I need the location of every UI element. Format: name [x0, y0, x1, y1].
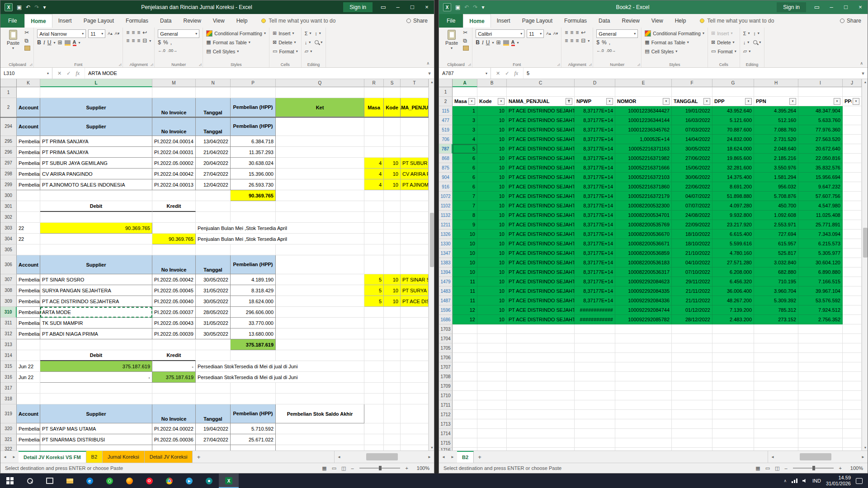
find-select-button[interactable]: ▾: [753, 38, 761, 46]
cell-Q311[interactable]: [276, 318, 364, 328]
cell-M309[interactable]: PI.2022.05.00040: [152, 296, 196, 307]
ribbon-tab-formulas[interactable]: Formulas: [558, 14, 593, 28]
cell-S1[interactable]: [384, 87, 401, 98]
cell-D2[interactable]: NPWP▼: [575, 97, 615, 106]
align-top-button[interactable]: ≡: [565, 29, 568, 36]
cell-M313[interactable]: [152, 339, 196, 350]
close-button[interactable]: ×: [853, 0, 868, 14]
cell-D868[interactable]: 8,37177E+14: [575, 154, 615, 163]
cell-N302[interactable]: [196, 212, 231, 223]
cell-E1487[interactable]: 100092292084336: [615, 296, 672, 305]
cell-C787[interactable]: PT ACE DISTRINDO SEJAHTERA: [507, 144, 575, 154]
cell-K322[interactable]: [17, 445, 40, 450]
row-header-317[interactable]: 317: [0, 383, 17, 394]
column-header-F[interactable]: F: [672, 79, 712, 87]
cell-C1714[interactable]: [507, 429, 575, 438]
row-header-307[interactable]: 307: [0, 274, 17, 285]
cell-R299[interactable]: 4: [364, 179, 384, 190]
cell-M318[interactable]: [152, 394, 196, 404]
cell-R300[interactable]: [364, 190, 384, 201]
horizontal-scroll-thumb[interactable]: [366, 453, 398, 460]
cell-I2[interactable]: ▼: [798, 97, 843, 106]
cell-G1394[interactable]: 6.208.000: [712, 267, 754, 277]
cell-R313[interactable]: [364, 339, 384, 350]
share-button[interactable]: Share: [834, 14, 868, 28]
filter-button-D[interactable]: ▼: [606, 98, 613, 105]
filter-button-H[interactable]: ▼: [789, 98, 796, 105]
cell-I1706[interactable]: [798, 353, 843, 362]
zoom-slider[interactable]: [793, 468, 834, 469]
taskbar-settings-button[interactable]: [199, 474, 219, 488]
row-header-1072[interactable]: 1072: [439, 192, 453, 201]
zoom-out-button[interactable]: –: [783, 465, 788, 471]
cell-P305[interactable]: [231, 244, 276, 255]
cell-F1686[interactable]: 28/12/2022: [672, 315, 712, 324]
cell-G875[interactable]: 32.281.600: [712, 163, 754, 173]
cell-J2[interactable]: PPnBM▼: [843, 97, 862, 106]
cell-H1707[interactable]: [754, 362, 798, 372]
cell-Q299[interactable]: [276, 179, 364, 190]
cell-H1487[interactable]: 5.309.392: [754, 296, 798, 305]
cell-R308[interactable]: 5: [364, 285, 384, 296]
cell-H1710[interactable]: [754, 391, 798, 400]
row-header-1710[interactable]: 1710: [439, 391, 453, 400]
row-header-309[interactable]: 309: [0, 296, 17, 307]
cell-H1383[interactable]: 3.032.840: [754, 258, 798, 267]
cell-L312[interactable]: PT ABADI NIAGA PRIMA: [40, 328, 152, 339]
enter-icon[interactable]: ✓: [505, 70, 509, 76]
cell-C1[interactable]: [507, 87, 575, 97]
cell-J1[interactable]: [843, 87, 862, 97]
row-header-1487[interactable]: 1487: [439, 296, 453, 305]
cell-G1211[interactable]: 23.217.920: [712, 220, 754, 230]
cell-H706[interactable]: 2.731.520: [754, 135, 798, 144]
row-header-294[interactable]: 294: [0, 117, 17, 136]
cell-K310[interactable]: Pembelian: [17, 307, 40, 318]
sheet-tab-detail-jv-koreksi-vs-fm[interactable]: Detail JV Koreksi VS FM: [19, 451, 86, 463]
undo-icon[interactable]: ↶: [26, 4, 30, 10]
cell-M321[interactable]: PI.2022.05.00036: [152, 434, 196, 445]
cell-F1072[interactable]: 04/07/2022: [672, 192, 712, 201]
ribbon-tab-review[interactable]: Review: [177, 14, 207, 28]
cell-K303[interactable]: 22: [17, 223, 40, 234]
cell-N318[interactable]: [196, 394, 231, 404]
ribbon-tab-view[interactable]: View: [207, 14, 231, 28]
cell-Q307[interactable]: [276, 274, 364, 285]
cell-styles-button[interactable]: ▤Cell Styles▾: [206, 47, 266, 55]
format-as-table-button[interactable]: ▦Format as Table▾: [206, 38, 266, 46]
cell-T307[interactable]: PT SINAR SOSRO: [401, 274, 429, 285]
cell-F1703[interactable]: [672, 324, 712, 334]
cell-I1715[interactable]: [798, 438, 843, 448]
cell-M307[interactable]: PI.2022.05.00042: [152, 274, 196, 285]
cell-P322[interactable]: [231, 445, 276, 450]
row-header-304[interactable]: 304: [0, 234, 17, 244]
cell-D1705[interactable]: [575, 343, 615, 353]
cell-P309[interactable]: 18.624.000: [231, 296, 276, 307]
wrap-text-button[interactable]: ↩: [142, 29, 147, 36]
italic-button[interactable]: I: [482, 39, 484, 46]
cell-I1704[interactable]: [798, 334, 843, 343]
cell-T321[interactable]: [401, 434, 429, 445]
cell-A1072[interactable]: 7: [453, 192, 477, 201]
column-header-P[interactable]: P: [231, 79, 276, 87]
cell-R317[interactable]: [364, 383, 384, 394]
cell-E1712[interactable]: [615, 410, 672, 419]
row-header-318[interactable]: 318: [0, 394, 17, 404]
ribbon-collapse-icon[interactable]: ∧: [860, 61, 863, 66]
filter-button-G[interactable]: ▼: [745, 98, 752, 105]
cell-N295[interactable]: 13/04/2022: [196, 136, 231, 147]
cell-A1709[interactable]: [453, 381, 477, 391]
cell-D519[interactable]: 8,37177E+14: [575, 125, 615, 135]
cell-G706[interactable]: 24.832.000: [712, 135, 754, 144]
cell-B1706[interactable]: [477, 353, 507, 362]
cell-D1487[interactable]: 8,37177E+14: [575, 296, 615, 305]
column-header-D[interactable]: D: [575, 79, 615, 87]
cell-D904[interactable]: 8,37177E+14: [575, 173, 615, 182]
cell-T316[interactable]: [401, 372, 429, 383]
cell-G1326[interactable]: 6.615.400: [712, 230, 754, 239]
ribbon-tab-file[interactable]: File: [0, 14, 24, 28]
cell-B477[interactable]: 10: [477, 116, 507, 125]
cell-P298[interactable]: 15.396.000: [231, 169, 276, 179]
cell-G1383[interactable]: 27.571.280: [712, 258, 754, 267]
cell-G1483[interactable]: 36.006.400: [712, 286, 754, 296]
cell-K306[interactable]: Account: [17, 255, 40, 274]
